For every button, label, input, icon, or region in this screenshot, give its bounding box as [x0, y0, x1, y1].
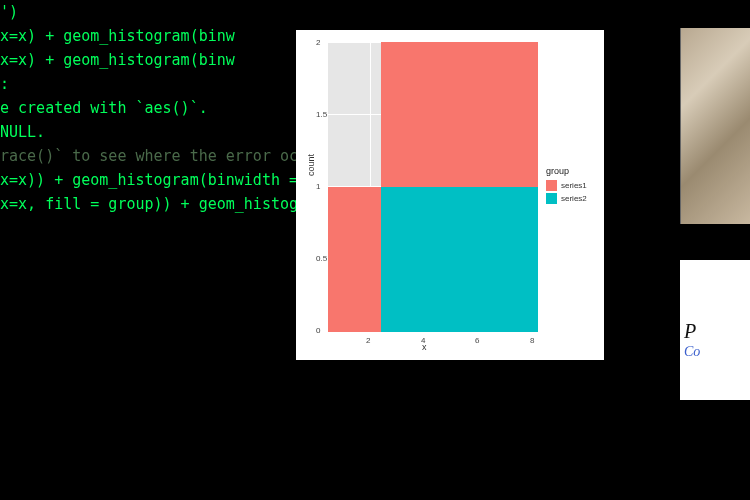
legend-title: group: [546, 166, 587, 176]
ytick: 0.5: [316, 254, 327, 263]
legend-label: series2: [561, 194, 587, 203]
xtick: 2: [366, 336, 370, 345]
legend-key-icon: [546, 180, 557, 191]
book-subtitle-fragment: Co: [684, 344, 700, 359]
book-title-fragment: P: [684, 320, 696, 342]
ggplot-histogram: 0 0.5 1 1.5 2 2 4 6 8 count x group seri…: [296, 30, 604, 360]
webcam-thumbnail: [680, 28, 750, 224]
legend: group series1 series2: [546, 166, 587, 206]
x-axis-label: x: [422, 342, 427, 352]
xtick: 6: [475, 336, 479, 345]
legend-key-icon: [546, 193, 557, 204]
legend-label: series1: [561, 181, 587, 190]
book-cover: P Co: [680, 260, 750, 400]
code-line: '): [0, 0, 750, 24]
ytick: 1: [316, 182, 320, 191]
plot-grid: [328, 42, 538, 332]
ytick: 0: [316, 326, 320, 335]
xtick: 8: [530, 336, 534, 345]
ytick: 2: [316, 38, 320, 47]
y-axis-label: count: [306, 154, 316, 176]
ytick: 1.5: [316, 110, 327, 119]
